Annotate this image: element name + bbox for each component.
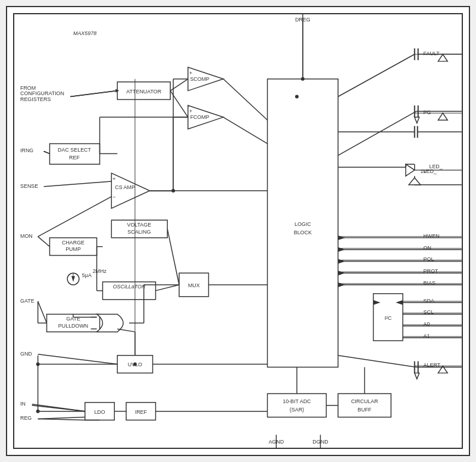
svg-point-202 [36,410,40,413]
svg-text:1V: 1V [421,168,427,174]
svg-text:+: + [112,176,115,182]
svg-text:FAULT: FAULT [424,51,440,56]
svg-text:+: + [189,108,192,114]
svg-text:LOGIC: LOGIC [295,221,311,227]
svg-text:REF: REF [69,155,80,161]
svg-text:REG: REG [20,416,32,422]
svg-text:MON: MON [20,233,33,239]
svg-rect-41 [267,394,326,417]
svg-point-200 [133,363,137,366]
svg-text:ATTENUATOR: ATTENUATOR [126,89,161,95]
svg-text:CS AMP: CS AMP [115,184,135,190]
svg-text:FROM: FROM [20,85,36,91]
svg-point-201 [36,363,40,366]
svg-rect-44 [338,394,391,417]
svg-point-204 [301,77,305,81]
svg-text:+: + [189,70,192,76]
svg-text:GND: GND [20,351,32,357]
svg-text:REGISTERS: REGISTERS [20,96,51,102]
svg-text:CHARGE: CHARGE [62,240,84,246]
svg-text:SENSE: SENSE [20,183,38,189]
svg-text:CONFIGURATION: CONFIGURATION [20,91,64,97]
svg-point-199 [171,189,175,193]
svg-text:PULLDOWN: PULLDOWN [58,323,88,329]
svg-text:BLOCK: BLOCK [294,230,312,235]
svg-text:GATE: GATE [20,298,35,304]
svg-text:CIRCULAR: CIRCULAR [351,398,378,404]
svg-text:10-BIT ADC: 10-BIT ADC [283,398,311,404]
svg-text:MUX: MUX [188,282,200,288]
svg-text:DAC SELECT: DAC SELECT [58,147,91,153]
svg-rect-0 [14,14,462,448]
svg-text:PUMP: PUMP [65,246,81,252]
svg-text:VOLTAGE: VOLTAGE [127,222,151,228]
diagram-container: MAX5978 ATTENUATOR DAC SELECT REF SCOMP … [6,6,470,456]
svg-text:FCOMP: FCOMP [190,114,209,120]
chip-title: MAX5978 [73,30,96,36]
svg-text:IREF: IREF [135,409,148,415]
svg-text:SCOMP: SCOMP [190,76,209,82]
svg-text:−: − [112,194,115,200]
svg-text:PG: PG [424,109,431,115]
svg-text:2MHz: 2MHz [93,268,107,274]
svg-text:BUFF: BUFF [358,407,372,413]
svg-text:LED_: LED_ [429,164,443,169]
diagram-inner: MAX5978 ATTENUATOR DAC SELECT REF SCOMP … [13,13,463,449]
svg-text:OSCiLLaTOR: OSCiLLaTOR [113,284,146,290]
svg-text:IN: IN [20,401,26,407]
svg-point-203 [295,95,299,99]
svg-text:LDO: LDO [94,409,105,415]
svg-text:5μA: 5μA [82,272,92,278]
svg-text:IRNG: IRNG [20,147,33,153]
svg-text:(SAR): (SAR) [290,407,304,413]
svg-text:SCALING: SCALING [127,229,151,235]
svg-text:I²C: I²C [384,315,392,321]
